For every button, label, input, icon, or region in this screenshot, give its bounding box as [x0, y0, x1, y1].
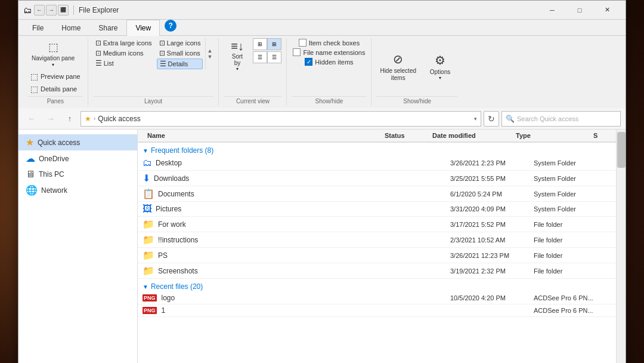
hidden-items-cb[interactable]: ✓ — [305, 58, 312, 66]
help-badge[interactable]: ? — [165, 20, 177, 32]
file-name-extensions-cb[interactable] — [293, 48, 301, 56]
frequent-folders-arrow: ▼ — [143, 147, 148, 154]
table-row[interactable]: 📁 Screenshots 3/19/2021 2:32 PM File fol… — [138, 263, 616, 279]
table-row[interactable]: PNG logo 10/5/2020 4:20 PM ACDSee Pro 6 … — [138, 292, 616, 304]
tab-view[interactable]: View — [126, 20, 160, 36]
view-toggle-btn-3[interactable]: ☰ — [253, 51, 267, 63]
scrollbar-thumb[interactable] — [617, 132, 626, 168]
options-button[interactable]: ⚙ Options ▾ — [422, 51, 458, 83]
file-type: System Folder — [534, 159, 611, 167]
back-btn-toolbar[interactable]: ← — [34, 5, 45, 16]
sidebar-item-quick-access[interactable]: ★ Quick access — [18, 134, 137, 150]
list-btn[interactable]: ☰ List — [93, 59, 154, 68]
item-check-boxes-cb[interactable] — [299, 39, 306, 47]
file-name-pictures: Pictures — [156, 205, 402, 213]
search-placeholder: Search Quick access — [517, 115, 578, 122]
navigation-pane-button[interactable]: ⬚ Navigation pane ▾ — [28, 38, 78, 70]
medium-icons-btn[interactable]: ⊡ Medium icons — [93, 48, 154, 58]
table-row[interactable]: 📋 Documents 6/1/2020 5:24 PM System Fold… — [138, 186, 616, 202]
search-bar[interactable]: 🔍 Search Quick access — [501, 111, 621, 127]
view-toggle-btn-4[interactable]: ☰ — [267, 51, 281, 63]
path-star-icon: ★ — [85, 115, 91, 123]
sidebar-item-onedrive[interactable]: ☁ OneDrive — [18, 150, 137, 167]
this-pc-icon: 🖥 — [26, 169, 35, 180]
file-name-logo: logo — [162, 294, 402, 302]
recent-files-section[interactable]: ▼ Recent files (20) — [138, 279, 616, 292]
close-button[interactable]: ✕ — [593, 1, 621, 20]
col-name-header[interactable]: Name — [143, 132, 385, 139]
file-name-extensions-row[interactable]: File name extensions — [292, 48, 366, 57]
sort-by-button[interactable]: ≡↓ Sort by ▾ — [224, 38, 250, 73]
layout-scroll-btn[interactable]: ▲ ▼ — [205, 38, 213, 69]
small-icons-btn[interactable]: ⊡ Small icons — [157, 48, 203, 58]
col-status-header[interactable]: Status — [385, 132, 432, 139]
table-row[interactable]: PNG 1 ACDSee Pro 6 PN... — [138, 304, 616, 317]
properties-btn-toolbar[interactable]: ⬛ — [58, 5, 69, 16]
address-path: ★ › Quick access — [85, 115, 141, 123]
minimize-button[interactable]: ─ — [538, 1, 566, 20]
hidden-items-row[interactable]: ✓ Hidden items — [304, 57, 354, 66]
hide-selected-items-button[interactable]: ⊘ Hide selecteditems — [376, 50, 420, 84]
item-check-boxes-row[interactable]: Item check boxes — [298, 38, 361, 47]
forward-button[interactable]: → — [42, 111, 59, 127]
screenshots-icon: 📁 — [143, 265, 154, 276]
table-row[interactable]: 📁 PS 3/26/2021 12:23 PM File folder — [138, 248, 616, 263]
file-name-1: 1 — [162, 306, 402, 315]
tab-home[interactable]: Home — [52, 20, 89, 36]
medium-icon: ⊡ — [95, 49, 101, 57]
frequent-folders-section[interactable]: ▼ Frequent folders (8) — [138, 143, 616, 156]
file-type: File folder — [534, 221, 611, 228]
maximize-button[interactable]: □ — [566, 1, 593, 20]
forward-btn-toolbar[interactable]: → — [46, 5, 57, 16]
view-toggle-btn-2[interactable]: ⊞ — [267, 38, 281, 50]
documents-icon: 📋 — [143, 188, 154, 199]
extra-large-icons-btn[interactable]: ⊡ Extra large icons — [93, 38, 154, 48]
preview-pane-button[interactable]: ⬚ Preview pane — [28, 70, 83, 82]
view-toggle-row1: ⊞ ⊞ — [253, 38, 281, 50]
back-button[interactable]: ← — [23, 111, 40, 127]
window-icon: 🗂 — [23, 5, 32, 15]
col-type-header[interactable]: Type — [516, 132, 593, 139]
toolbar-divider — [73, 5, 74, 15]
table-row[interactable]: 📁 !!instructions 2/3/2021 10:52 AM File … — [138, 232, 616, 248]
table-row[interactable]: 🗂 Desktop 3/26/2021 2:23 PM System Folde… — [138, 156, 616, 171]
refresh-button[interactable]: ↻ — [484, 111, 499, 127]
sidebar-item-network[interactable]: 🌐 Network — [18, 182, 137, 198]
up-button[interactable]: ↑ — [61, 111, 78, 127]
address-bar[interactable]: ★ › Quick access ▾ — [80, 111, 481, 127]
details-pane-button[interactable]: ⬚ Details pane — [28, 83, 83, 95]
file-name-screenshots: Screenshots — [158, 267, 402, 275]
table-row[interactable]: ⬇ Downloads 3/25/2021 5:55 PM System Fol… — [138, 171, 616, 186]
address-dropdown-icon[interactable]: ▾ — [474, 116, 477, 122]
large-icons-btn[interactable]: ⊡ Large icons — [157, 38, 203, 48]
col-date-header[interactable]: Date modified — [432, 132, 516, 139]
details-btn[interactable]: ☰ Details — [157, 59, 203, 69]
file-date: 3/26/2021 12:23 PM — [450, 252, 534, 259]
downloads-icon: ⬇ — [143, 173, 150, 184]
sidebar-item-label: OneDrive — [39, 155, 69, 163]
list-icon: ☰ — [95, 59, 102, 67]
col-size-header[interactable]: S — [593, 132, 611, 139]
main-content: ★ Quick access ☁ OneDrive 🖥 This PC 🌐 Ne… — [18, 130, 626, 363]
title-bar: 🗂 ← → ⬛ File Explorer ─ □ ✕ — [18, 1, 626, 20]
file-name-ps: PS — [158, 251, 402, 260]
file-date: 3/31/2020 4:09 PM — [450, 205, 534, 213]
window-title: File Explorer — [79, 6, 538, 14]
view-toggle-group: ⊞ ⊞ ☰ ☰ — [253, 38, 281, 63]
sidebar-item-this-pc[interactable]: 🖥 This PC — [18, 167, 137, 182]
file-type: File folder — [534, 236, 611, 244]
for-work-icon: 📁 — [143, 219, 154, 230]
file-date: 6/1/2020 5:24 PM — [450, 190, 534, 198]
hide-options-content: ⊘ Hide selecteditems ⚙ Options ▾ — [376, 38, 458, 95]
tab-share[interactable]: Share — [89, 20, 126, 36]
layout-label: Layout — [93, 96, 214, 106]
table-row[interactable]: 🖼 Pictures 3/31/2020 4:09 PM System Fold… — [138, 202, 616, 217]
pictures-icon: 🖼 — [143, 204, 152, 214]
large-icon: ⊡ — [159, 39, 165, 47]
sort-icon: ≡↓ — [231, 39, 244, 53]
vertical-scrollbar[interactable] — [616, 130, 626, 363]
tab-file[interactable]: File — [23, 20, 52, 36]
view-toggle-btn-1[interactable]: ⊞ — [253, 38, 267, 50]
table-row[interactable]: 📁 For work 3/17/2021 5:52 PM File folder — [138, 217, 616, 232]
recent-files-arrow: ▼ — [143, 284, 148, 290]
